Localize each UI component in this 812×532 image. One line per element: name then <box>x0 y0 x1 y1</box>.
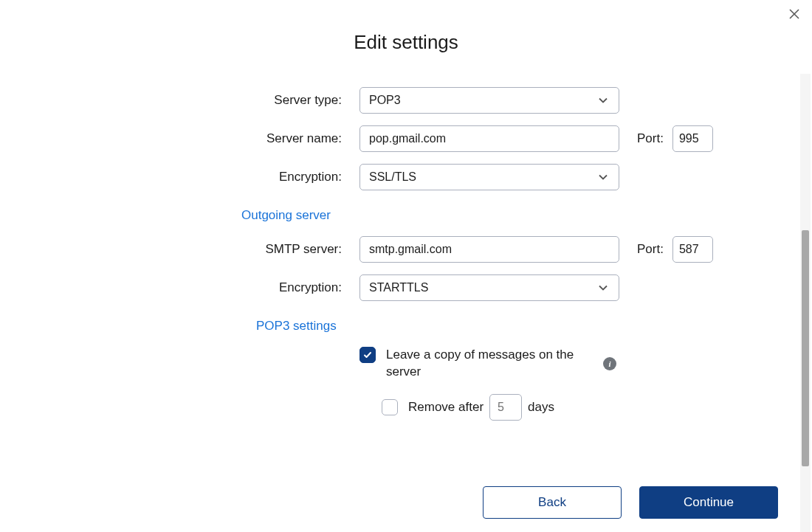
incoming-port-input[interactable] <box>672 125 713 152</box>
chevron-down-icon <box>598 172 608 182</box>
incoming-encryption-value: SSL/TLS <box>369 170 416 184</box>
incoming-port-label: Port: <box>637 131 664 146</box>
pop3-header: POP3 settings <box>256 319 723 334</box>
incoming-encryption-select[interactable]: SSL/TLS <box>359 164 619 190</box>
close-button[interactable] <box>785 6 803 24</box>
server-name-input[interactable] <box>359 125 619 152</box>
outgoing-encryption-select[interactable]: STARTTLS <box>359 274 619 301</box>
outgoing-encryption-value: STARTTLS <box>369 281 428 294</box>
page-title: Edit settings <box>0 31 812 54</box>
server-type-select[interactable]: POP3 <box>359 87 619 114</box>
remove-after-days-input[interactable] <box>489 394 522 421</box>
leave-copy-checkbox[interactable] <box>359 347 376 363</box>
footer-actions: Back Continue <box>483 486 778 519</box>
outgoing-port-input[interactable] <box>672 236 713 263</box>
server-type-label: Server type: <box>224 93 342 108</box>
back-button[interactable]: Back <box>483 486 622 519</box>
outgoing-header: Outgoing server <box>241 208 723 223</box>
outgoing-encryption-label: Encryption: <box>224 280 342 295</box>
chevron-down-icon <box>598 95 608 106</box>
remove-after-checkbox[interactable] <box>382 399 398 415</box>
outgoing-port-label: Port: <box>637 242 664 257</box>
check-icon <box>363 350 372 359</box>
remove-after-label-after: days <box>528 400 554 415</box>
continue-button[interactable]: Continue <box>639 486 778 519</box>
chevron-down-icon <box>598 283 608 293</box>
scrollbar-thumb[interactable] <box>802 230 809 466</box>
server-type-value: POP3 <box>369 94 401 107</box>
remove-after-label-before: Remove after <box>408 400 484 415</box>
scrollbar-track[interactable] <box>800 74 811 532</box>
leave-copy-label: Leave a copy of messages on the server <box>386 347 578 381</box>
smtp-server-label: SMTP server: <box>224 242 342 257</box>
content-area: Server type: POP3 Server name: Port: <box>0 74 799 532</box>
info-icon[interactable]: i <box>603 357 616 370</box>
server-name-label: Server name: <box>224 131 342 146</box>
incoming-encryption-label: Encryption: <box>224 170 342 184</box>
smtp-server-input[interactable] <box>359 236 619 263</box>
close-icon <box>789 9 799 21</box>
